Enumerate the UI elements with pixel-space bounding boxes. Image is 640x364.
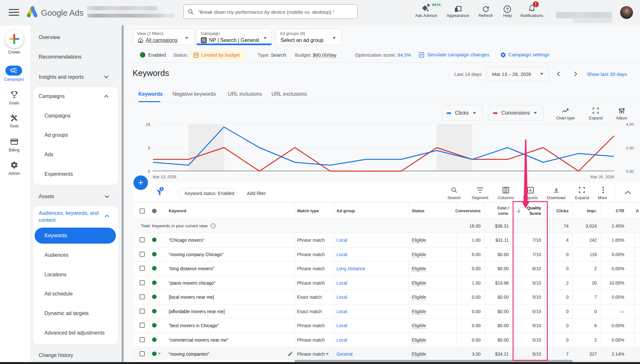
svg-text:16: 16 [146, 122, 150, 127]
svg-text:0.00: 0.00 [626, 169, 634, 174]
svg-text:2.00: 2.00 [626, 146, 634, 150]
svg-text:?: ? [506, 7, 509, 12]
svg-text:?: ? [212, 224, 214, 228]
svg-text:Mar 26, 2026: Mar 26, 2026 [590, 175, 614, 179]
svg-text:0: 0 [148, 169, 150, 174]
svg-text:Mar 13, 2026: Mar 13, 2026 [153, 175, 176, 179]
svg-text:4.00: 4.00 [626, 122, 634, 127]
svg-text:8: 8 [148, 146, 150, 150]
